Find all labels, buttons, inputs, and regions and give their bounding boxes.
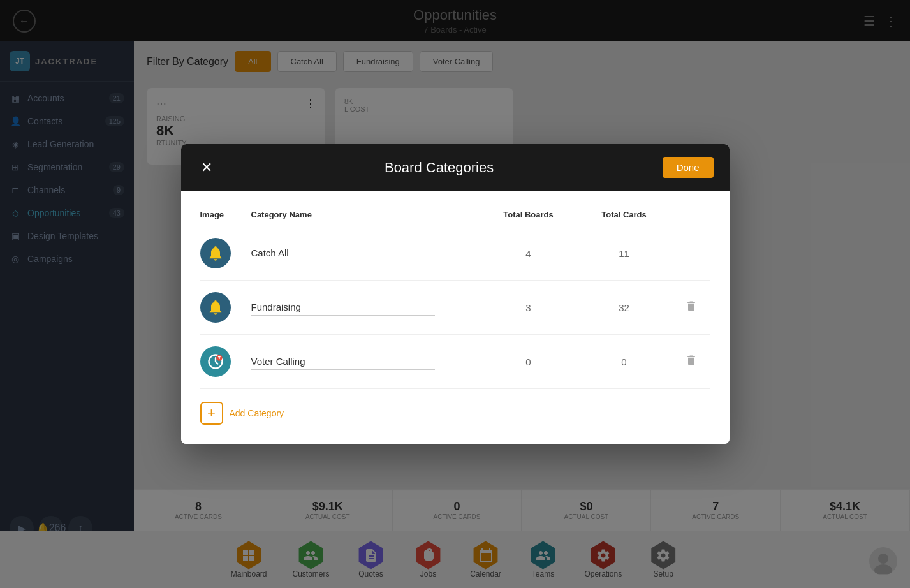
fundraising-image	[200, 292, 251, 323]
voter-calling-icon-circle	[200, 346, 231, 377]
close-icon: ✕	[201, 159, 212, 176]
fundraising-delete-button[interactable]	[672, 300, 710, 316]
board-categories-modal: ✕ Board Categories Done Image Category N…	[181, 144, 730, 444]
add-category-icon: +	[200, 402, 223, 425]
col-total-boards: Total Boards	[481, 210, 576, 219]
voter-calling-delete-button[interactable]	[672, 354, 710, 370]
table-row: 0 0	[200, 335, 710, 389]
catch-all-name-cell	[251, 245, 481, 261]
fundraising-name-cell	[251, 299, 481, 316]
voter-calling-name-input[interactable]	[251, 353, 435, 370]
voter-calling-name-cell	[251, 353, 481, 370]
voter-calling-cards: 0	[576, 356, 672, 367]
catch-all-cards: 11	[576, 248, 672, 259]
col-total-cards: Total Cards	[576, 210, 672, 219]
fundraising-boards: 3	[481, 302, 576, 313]
table-header: Image Category Name Total Boards Total C…	[200, 203, 710, 226]
table-row: 4 11	[200, 226, 710, 281]
col-category-name: Category Name	[251, 210, 481, 219]
modal-header: ✕ Board Categories Done	[181, 144, 730, 191]
col-actions	[672, 210, 710, 219]
catch-all-name-input[interactable]	[251, 245, 435, 261]
add-category-label: Add Category	[230, 408, 284, 418]
voter-calling-image	[200, 346, 251, 377]
fundraising-icon-circle	[200, 292, 231, 323]
add-category-button[interactable]: + Add Category	[200, 402, 710, 425]
fundraising-cards: 32	[576, 302, 672, 313]
modal-body: Image Category Name Total Boards Total C…	[181, 191, 730, 444]
table-row: 3 32	[200, 281, 710, 335]
col-image: Image	[200, 210, 251, 219]
catch-all-image	[200, 238, 251, 268]
modal-done-button[interactable]: Done	[663, 157, 714, 178]
catch-all-boards: 4	[481, 248, 576, 259]
catch-all-icon-circle	[200, 238, 231, 268]
modal-close-button[interactable]: ✕	[197, 158, 216, 177]
categories-table: Image Category Name Total Boards Total C…	[200, 203, 710, 389]
fundraising-name-input[interactable]	[251, 299, 435, 316]
voter-calling-boards: 0	[481, 356, 576, 367]
modal-title: Board Categories	[216, 159, 663, 176]
